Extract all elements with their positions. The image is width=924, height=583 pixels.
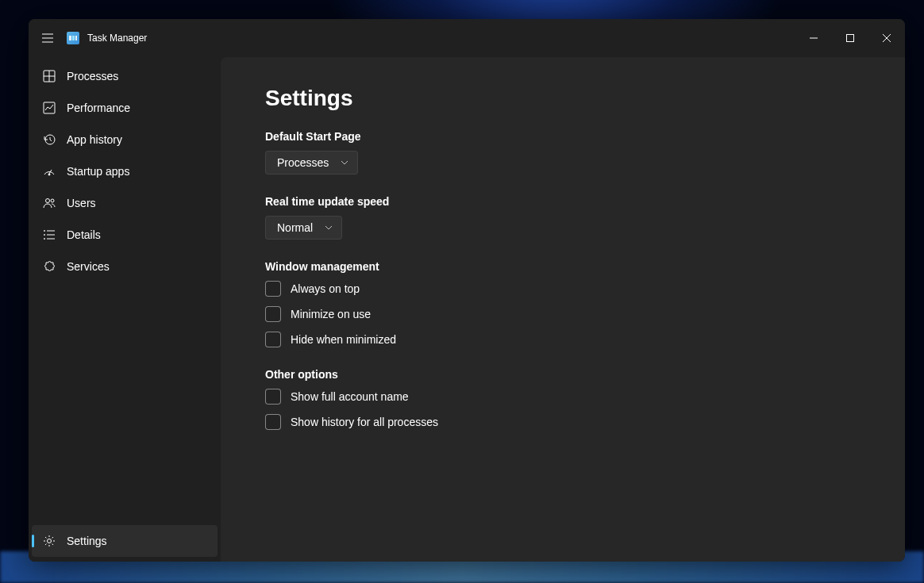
dropdown-value: Normal bbox=[277, 221, 313, 234]
sidebar-item-services[interactable]: Services bbox=[32, 251, 218, 282]
chevron-down-icon bbox=[324, 223, 333, 232]
sidebar-item-label: Services bbox=[67, 260, 110, 273]
sidebar-item-label: Processes bbox=[67, 70, 118, 82]
sidebar-item-startup-apps[interactable]: Startup apps bbox=[32, 155, 218, 187]
checkbox-label: Minimize on use bbox=[291, 308, 371, 320]
checkbox-box bbox=[265, 389, 281, 405]
checkbox-always-on-top[interactable]: Always on top bbox=[265, 281, 860, 297]
maximize-button[interactable] bbox=[832, 25, 868, 51]
sidebar-item-details[interactable]: Details bbox=[32, 219, 218, 251]
checkbox-box bbox=[265, 281, 281, 297]
section-other-options: Other options Show full account name Sho… bbox=[265, 368, 860, 430]
checkbox-minimize-on-use[interactable]: Minimize on use bbox=[265, 306, 860, 322]
titlebar: Task Manager bbox=[29, 19, 905, 57]
sidebar-item-label: App history bbox=[67, 133, 122, 146]
gear-icon bbox=[43, 535, 56, 547]
sidebar-item-label: Performance bbox=[67, 102, 130, 114]
checkbox-box bbox=[265, 414, 281, 430]
section-default-start-page: Default Start Page Processes bbox=[265, 130, 860, 175]
app-icon bbox=[67, 32, 79, 44]
list-icon bbox=[43, 228, 56, 241]
grid-icon bbox=[43, 70, 56, 82]
sidebar-item-label: Startup apps bbox=[67, 165, 129, 178]
maximize-icon bbox=[846, 34, 854, 42]
svg-point-15 bbox=[51, 199, 54, 202]
section-window-management: Window management Always on top Minimize… bbox=[265, 260, 860, 347]
checkbox-show-full-account-name[interactable]: Show full account name bbox=[265, 389, 860, 405]
minimize-icon bbox=[810, 34, 818, 42]
sidebar-item-settings[interactable]: Settings bbox=[32, 525, 218, 557]
checkbox-show-history-all-processes[interactable]: Show history for all processes bbox=[265, 414, 860, 430]
sidebar-item-processes[interactable]: Processes bbox=[32, 60, 218, 92]
checkbox-hide-when-minimized[interactable]: Hide when minimized bbox=[265, 332, 860, 347]
section-label: Other options bbox=[265, 368, 860, 381]
content-area: Settings Default Start Page Processes Re… bbox=[221, 57, 905, 562]
section-label: Real time update speed bbox=[265, 195, 860, 208]
chart-icon bbox=[43, 102, 56, 114]
checkbox-box bbox=[265, 306, 281, 322]
sidebar-item-performance[interactable]: Performance bbox=[32, 92, 218, 124]
default-start-page-dropdown[interactable]: Processes bbox=[265, 151, 358, 175]
checkbox-label: Show full account name bbox=[291, 390, 409, 403]
svg-point-21 bbox=[44, 239, 45, 240]
svg-point-13 bbox=[48, 174, 50, 175]
checkbox-label: Show history for all processes bbox=[291, 416, 438, 428]
svg-rect-4 bbox=[847, 35, 854, 42]
checkbox-label: Always on top bbox=[291, 282, 360, 295]
puzzle-icon bbox=[43, 260, 56, 273]
checkbox-box bbox=[265, 332, 281, 347]
users-icon bbox=[43, 197, 56, 209]
hamburger-icon bbox=[41, 32, 54, 44]
app-title: Task Manager bbox=[87, 33, 147, 44]
update-speed-dropdown[interactable]: Normal bbox=[265, 216, 342, 240]
history-icon bbox=[43, 133, 56, 146]
sidebar: Processes Performance App history Startu… bbox=[29, 57, 221, 562]
sidebar-item-app-history[interactable]: App history bbox=[32, 124, 218, 155]
sidebar-item-label: Users bbox=[67, 197, 96, 209]
checkbox-label: Hide when minimized bbox=[291, 333, 396, 346]
svg-point-20 bbox=[44, 235, 45, 236]
gauge-icon bbox=[43, 165, 56, 178]
window-controls bbox=[795, 25, 905, 51]
minimize-button[interactable] bbox=[795, 25, 832, 51]
section-update-speed: Real time update speed Normal bbox=[265, 195, 860, 240]
section-label: Window management bbox=[265, 260, 860, 273]
sidebar-item-users[interactable]: Users bbox=[32, 187, 218, 219]
page-title: Settings bbox=[265, 86, 860, 111]
svg-point-14 bbox=[46, 199, 50, 203]
sidebar-item-label: Details bbox=[67, 228, 101, 241]
close-icon bbox=[883, 34, 891, 42]
section-label: Default Start Page bbox=[265, 130, 860, 143]
sidebar-item-label: Settings bbox=[67, 535, 107, 547]
dropdown-value: Processes bbox=[277, 156, 329, 169]
chevron-down-icon bbox=[340, 158, 349, 167]
svg-point-22 bbox=[48, 539, 52, 543]
close-button[interactable] bbox=[868, 25, 905, 51]
menu-button[interactable] bbox=[29, 19, 67, 57]
app-window: Task Manager Processes bbox=[29, 19, 905, 562]
svg-point-19 bbox=[44, 231, 45, 232]
